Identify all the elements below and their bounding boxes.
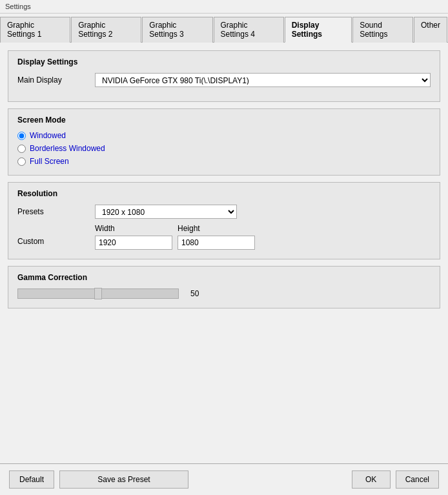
cancel-button[interactable]: Cancel [396,470,439,489]
display-settings-section: Display Settings Main Display NVIDIA GeF… [8,50,440,102]
main-display-row: Main Display NVIDIA GeForce GTX 980 Ti(\… [17,73,431,87]
custom-inputs: Width Height [95,224,255,250]
title-label: Settings [5,3,31,10]
fullscreen-label: Full Screen [30,157,69,166]
wh-fields [95,236,255,250]
footer: Default Save as Preset OK Cancel [0,463,448,495]
default-button[interactable]: Default [9,470,54,489]
fullscreen-option[interactable]: Full Screen [17,157,431,166]
gamma-section: Gamma Correction 50 [8,266,440,308]
tab-graphic2[interactable]: Graphic Settings 2 [71,17,141,43]
ok-button[interactable]: OK [352,470,391,489]
borderless-option[interactable]: Borderless Windowed [17,144,431,153]
width-header: Width [95,224,172,233]
presets-label: Presets [17,207,95,216]
resolution-section: Resolution Presets 1920 x 10801280 x 720… [8,182,440,259]
content-area: Display Settings Main Display NVIDIA GeF… [0,43,448,463]
resolution-title: Resolution [17,189,431,198]
fullscreen-radio[interactable] [17,157,26,166]
width-input[interactable] [95,236,172,250]
wh-headers: Width Height [95,224,255,233]
height-input[interactable] [178,236,255,250]
screen-mode-radio-group: Windowed Borderless Windowed Full Screen [17,131,431,166]
tab-graphic4[interactable]: Graphic Settings 4 [214,17,284,43]
windowed-option[interactable]: Windowed [17,131,431,140]
footer-left: Default Save as Preset [9,470,188,489]
borderless-label: Borderless Windowed [30,144,105,153]
save-preset-button[interactable]: Save as Preset [59,470,188,489]
borderless-radio[interactable] [17,145,26,153]
custom-label: Custom [17,224,95,246]
height-header: Height [178,224,255,233]
windowed-radio[interactable] [17,132,26,140]
presets-select[interactable]: 1920 x 10801280 x 7202560 x 1440 [95,205,237,219]
tab-graphic1[interactable]: Graphic Settings 1 [0,17,70,43]
tab-graphic3[interactable]: Graphic Settings 3 [142,17,212,43]
presets-row: Presets 1920 x 10801280 x 7202560 x 1440 [17,205,431,219]
gamma-row: 50 [17,288,431,299]
windowed-label: Windowed [30,131,66,140]
tab-display[interactable]: Display Settings [285,17,352,43]
main-display-control: NVIDIA GeForce GTX 980 Ti(\.\DISPLAY1) [95,73,431,87]
gamma-title: Gamma Correction [17,273,431,282]
gamma-value: 50 [190,289,199,298]
screen-mode-section: Screen Mode Windowed Borderless Windowed… [8,108,440,176]
tab-other[interactable]: Other [414,17,447,43]
main-display-select[interactable]: NVIDIA GeForce GTX 980 Ti(\.\DISPLAY1) [95,73,431,87]
display-settings-title: Display Settings [17,57,431,66]
gamma-slider[interactable] [17,288,179,299]
tabs-bar: Graphic Settings 1 Graphic Settings 2 Gr… [0,14,448,43]
gamma-slider-container [17,288,179,299]
screen-mode-title: Screen Mode [17,116,431,125]
title-bar: Settings [0,0,448,14]
custom-row: Custom Width Height [17,224,431,250]
footer-right: OK Cancel [352,470,439,489]
tab-sound[interactable]: Sound Settings [352,17,413,43]
main-display-label: Main Display [17,76,95,85]
